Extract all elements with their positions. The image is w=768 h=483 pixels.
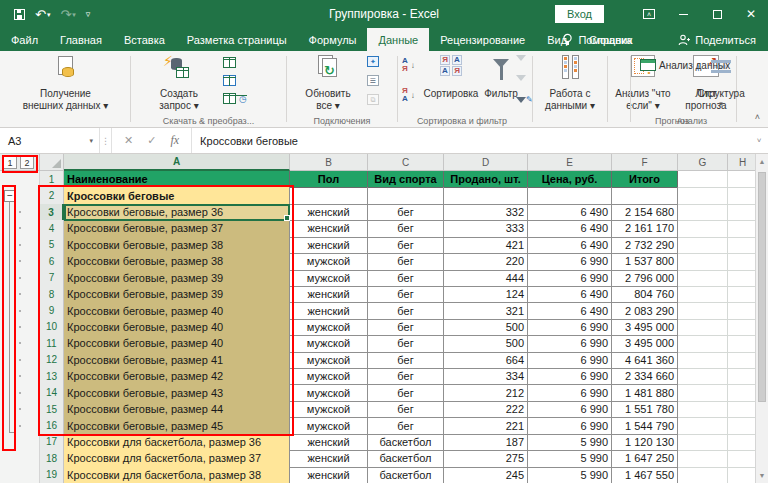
cell-G4[interactable] xyxy=(678,220,728,237)
customize-qat-icon[interactable]: ▿ xyxy=(86,10,91,19)
cell-H6[interactable] xyxy=(728,253,758,270)
cell-E19[interactable]: 5 990 xyxy=(528,467,612,483)
reapply-filter-icon[interactable] xyxy=(516,75,526,81)
formula-input[interactable]: Кроссовки беговые xyxy=(192,128,750,153)
cell-C6[interactable]: бег xyxy=(368,253,444,270)
cell-G19[interactable] xyxy=(678,467,728,483)
clear-filter-icon[interactable] xyxy=(516,55,526,61)
cell-G5[interactable] xyxy=(678,237,728,254)
cell-D9[interactable]: 321 xyxy=(444,302,528,319)
cell-A11[interactable]: Кроссовки беговые, размер 40 xyxy=(64,335,290,352)
cell-B11[interactable]: мужской xyxy=(290,335,368,352)
cell-C9[interactable]: бег xyxy=(368,302,444,319)
properties-icon[interactable]: ☰ xyxy=(367,75,379,86)
assistant-button[interactable]: Помощник xyxy=(562,33,632,47)
cell-H3[interactable] xyxy=(728,204,758,221)
cell-E18[interactable]: 5 990 xyxy=(528,450,612,467)
cell-H2[interactable] xyxy=(728,187,758,204)
cell-H8[interactable] xyxy=(728,286,758,303)
header-cell-3[interactable]: Вид спорта xyxy=(368,171,444,188)
cell-D10[interactable]: 500 xyxy=(444,319,528,336)
scroll-down-icon[interactable]: ▼ xyxy=(756,468,768,483)
row-header-4[interactable]: 4 xyxy=(40,220,64,237)
collapse-group-button[interactable]: − xyxy=(4,190,16,202)
cell-D18[interactable]: 275 xyxy=(444,450,528,467)
cell-D5[interactable]: 421 xyxy=(444,237,528,254)
cell-B17[interactable]: женский xyxy=(290,434,368,451)
cell-C16[interactable]: бег xyxy=(368,417,444,434)
cell-B7[interactable]: мужской xyxy=(290,270,368,287)
cell-A13[interactable]: Кроссовки беговые, размер 42 xyxy=(64,368,290,385)
cell-D6[interactable]: 220 xyxy=(444,253,528,270)
cell-A17[interactable]: Кроссовки для баскетбола, размер 36 xyxy=(64,434,290,451)
cell-H4[interactable] xyxy=(728,220,758,237)
sign-in-button[interactable]: Вход xyxy=(555,5,604,23)
cell-E16[interactable]: 6 990 xyxy=(528,417,612,434)
cancel-entry-icon[interactable]: ✕ xyxy=(124,134,133,147)
tab-главная[interactable]: Главная xyxy=(49,28,113,51)
row-header-16[interactable]: 16 xyxy=(40,417,64,434)
cell-B14[interactable]: мужской xyxy=(290,384,368,401)
row-header-18[interactable]: 18 xyxy=(40,450,64,467)
row-header-19[interactable]: 19 xyxy=(40,467,64,483)
maximize-button[interactable] xyxy=(700,0,734,28)
cell-E6[interactable]: 6 990 xyxy=(528,253,612,270)
cell-B6[interactable]: мужской xyxy=(290,253,368,270)
from-table-icon[interactable] xyxy=(223,75,236,86)
cell-C15[interactable]: бег xyxy=(368,401,444,418)
cell-E5[interactable]: 6 490 xyxy=(528,237,612,254)
cell-F17[interactable]: 1 120 130 xyxy=(612,434,678,451)
cell-A19[interactable]: Кроссовки для баскетбола, размер 38 xyxy=(64,467,290,483)
cell-B9[interactable]: женский xyxy=(290,302,368,319)
column-header-C[interactable]: C xyxy=(368,154,444,171)
cell-B18[interactable]: женский xyxy=(290,450,368,467)
cell-H19[interactable] xyxy=(728,467,758,483)
cell-C14[interactable]: бег xyxy=(368,384,444,401)
confirm-entry-icon[interactable]: ✓ xyxy=(147,134,156,147)
cell-B8[interactable]: женский xyxy=(290,286,368,303)
row-header-10[interactable]: 10 xyxy=(40,319,64,336)
edit-links-icon[interactable]: ⧉ xyxy=(367,94,379,105)
cell-C17[interactable]: баскетбол xyxy=(368,434,444,451)
cell-F9[interactable]: 2 083 290 xyxy=(612,302,678,319)
column-header-E[interactable]: E xyxy=(528,154,612,171)
tab-данные[interactable]: Данные xyxy=(367,28,429,51)
row-header-9[interactable]: 9 xyxy=(40,302,64,319)
cell-F12[interactable]: 4 641 360 xyxy=(612,352,678,369)
tab-формулы[interactable]: Формулы xyxy=(298,28,368,51)
row-header-1[interactable]: 1 xyxy=(40,171,64,188)
cell-F7[interactable]: 2 796 000 xyxy=(612,270,678,287)
cell-D16[interactable]: 221 xyxy=(444,417,528,434)
cell-D17[interactable]: 187 xyxy=(444,434,528,451)
cell-C7[interactable]: бег xyxy=(368,270,444,287)
cell-E13[interactable]: 6 990 xyxy=(528,368,612,385)
cell-D4[interactable]: 333 xyxy=(444,220,528,237)
connection-properties-icon[interactable]: ✦ xyxy=(367,56,379,67)
cell-G9[interactable] xyxy=(678,302,728,319)
column-header-A[interactable]: A xyxy=(64,154,290,171)
cell-D13[interactable]: 334 xyxy=(444,368,528,385)
cell-F5[interactable]: 2 732 290 xyxy=(612,237,678,254)
header-cell-5[interactable]: Цена, руб. xyxy=(528,171,612,188)
select-all-corner[interactable] xyxy=(40,154,64,171)
cell-E10[interactable]: 6 990 xyxy=(528,319,612,336)
redo-icon[interactable]: ↷▾ xyxy=(60,8,75,21)
tab-разметка-страницы[interactable]: Разметка страницы xyxy=(176,28,298,51)
cell-A10[interactable]: Кроссовки беговые, размер 40 xyxy=(64,319,290,336)
data-tools-button[interactable]: Работа с данными ▾ xyxy=(539,55,601,112)
vertical-scrollbar[interactable]: ▲ ▼ xyxy=(755,154,768,483)
row-header-7[interactable]: 7 xyxy=(40,270,64,287)
cell-G8[interactable] xyxy=(678,286,728,303)
cell-G13[interactable] xyxy=(678,368,728,385)
cell-A4[interactable]: Кроссовки беговые, размер 37 xyxy=(64,220,290,237)
scroll-up-icon[interactable]: ▲ xyxy=(756,154,768,169)
cell-C8[interactable]: бег xyxy=(368,286,444,303)
outline-level-1-button[interactable]: 1 xyxy=(3,156,17,169)
cell-E8[interactable]: 6 490 xyxy=(528,286,612,303)
cell-F10[interactable]: 3 495 000 xyxy=(612,319,678,336)
cell-C4[interactable]: бег xyxy=(368,220,444,237)
cell-F18[interactable]: 1 647 250 xyxy=(612,450,678,467)
refresh-all-button[interactable]: ↻ Обновить все ▾ xyxy=(297,55,359,112)
cell-G14[interactable] xyxy=(678,384,728,401)
cell-H15[interactable] xyxy=(728,401,758,418)
